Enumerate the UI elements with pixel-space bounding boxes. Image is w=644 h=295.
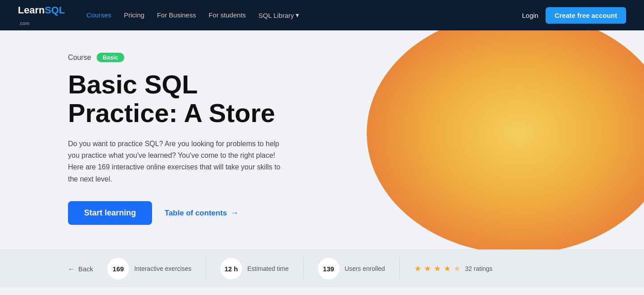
chevron-down-icon: ▾: [296, 11, 299, 19]
users-value: 139: [318, 258, 339, 279]
users-label: Users enrolled: [345, 265, 385, 272]
table-of-contents-link[interactable]: Table of contents →: [165, 208, 238, 218]
logo-sql-text: SQL: [45, 4, 65, 16]
start-learning-button[interactable]: Start learning: [68, 201, 152, 225]
time-label: Estimated time: [247, 265, 289, 272]
course-label-row: Course Basic: [68, 53, 322, 62]
exercises-label: Interactive exercises: [134, 265, 191, 272]
hero-content: Course Basic Basic SQL Practice: A Store…: [0, 53, 322, 225]
hero-background-decoration: [367, 30, 644, 249]
nav-link-pricing[interactable]: Pricing: [124, 11, 144, 19]
ratings-count: 32 ratings: [465, 265, 492, 272]
logo-com-text: .com: [19, 21, 65, 26]
navbar: Learn SQL .com Courses Pricing For Busin…: [0, 0, 644, 30]
create-account-button[interactable]: Create free account: [546, 7, 626, 24]
nav-link-sql-library[interactable]: SQL Library ▾: [258, 11, 299, 19]
page-title: Basic SQL Practice: A Store: [68, 70, 322, 127]
arrow-right-icon: →: [231, 208, 239, 218]
time-value: 12 h: [220, 258, 242, 279]
star-1-icon: ★: [414, 264, 421, 274]
exercises-value: 169: [107, 258, 129, 279]
arrow-left-icon: ←: [68, 265, 75, 273]
logo-learn-text: Learn: [18, 4, 45, 16]
back-button[interactable]: ← Back: [68, 265, 93, 273]
stat-users: 139 Users enrolled: [304, 258, 400, 279]
logo[interactable]: Learn SQL .com: [18, 4, 65, 26]
nav-actions: Login Create free account: [522, 7, 626, 24]
star-4-icon: ★: [444, 264, 451, 274]
nav-link-for-business[interactable]: For Business: [157, 11, 196, 19]
stat-exercises: 169 Interactive exercises: [107, 258, 206, 279]
basic-badge: Basic: [97, 53, 125, 62]
hero-actions: Start learning Table of contents →: [68, 201, 322, 225]
nav-link-courses[interactable]: Courses: [86, 11, 111, 19]
stat-time: 12 h Estimated time: [206, 258, 304, 279]
stats-items: 169 Interactive exercises 12 h Estimated…: [107, 258, 576, 279]
star-2-icon: ★: [424, 264, 431, 274]
star-3-icon: ★: [434, 264, 441, 274]
stars-container: ★ ★ ★ ★ ★ 32 ratings: [414, 264, 492, 274]
stats-bar: ← Back 169 Interactive exercises 12 h Es…: [0, 249, 644, 287]
hero-section: Course Basic Basic SQL Practice: A Store…: [0, 30, 644, 249]
course-label: Course: [68, 54, 91, 62]
login-button[interactable]: Login: [522, 12, 538, 19]
nav-links: Courses Pricing For Business For student…: [86, 11, 508, 19]
hero-description: Do you want to practice SQL? Are you loo…: [68, 138, 292, 185]
stat-ratings: ★ ★ ★ ★ ★ 32 ratings: [400, 264, 507, 274]
nav-link-for-students[interactable]: For students: [208, 11, 246, 19]
star-5-icon: ★: [453, 264, 461, 274]
